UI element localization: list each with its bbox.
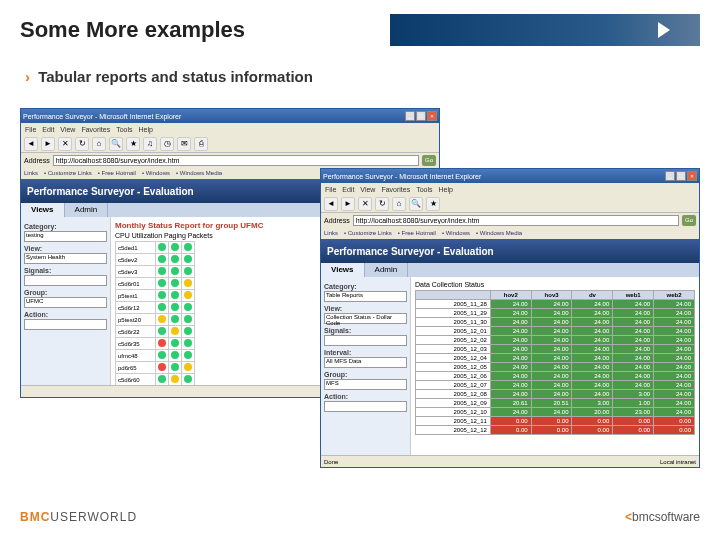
search-button[interactable]: 🔍 [409,197,423,211]
menu-tools[interactable]: Tools [116,126,132,133]
link-item[interactable]: • Windows [442,230,470,236]
table-row: 2005_12_0224.0024.0024.0024.0024.00 [416,336,695,345]
menu-favorites[interactable]: Favorites [381,186,410,193]
cell-value: 1.00 [613,399,654,408]
menu-tools[interactable]: Tools [416,186,432,193]
link-item[interactable]: • Windows Media [476,230,522,236]
forward-button[interactable]: ► [341,197,355,211]
tab-admin[interactable]: Admin [65,203,109,217]
table-row: 2005_12_0324.0024.0024.0024.0024.00 [416,345,695,354]
menu-view[interactable]: View [360,186,375,193]
window-titlebar[interactable]: Performance Surveyor - Microsoft Interne… [21,109,439,123]
menu-help[interactable]: Help [139,126,153,133]
group-label: Group: [24,289,107,296]
cell-value: 24.00 [490,318,531,327]
group-select[interactable]: UFMC [24,297,107,308]
menu-edit[interactable]: Edit [342,186,354,193]
link-item[interactable]: • Customize Links [344,230,392,236]
cell-value: 24.00 [572,327,613,336]
go-button[interactable]: Go [682,215,696,226]
group-select[interactable]: MFS [324,379,407,390]
link-item[interactable]: • Windows Media [176,170,222,176]
status-dot-y [184,279,192,287]
row-date: 2005_12_12 [416,426,491,435]
cell-value: 24.00 [654,336,695,345]
status-dot-r [158,339,166,347]
row-name: c5d6r22 [116,326,156,338]
view-select[interactable]: Collection Status - Dollar Code [324,313,407,324]
mail-button[interactable]: ✉ [177,137,191,151]
status-dot-y [171,375,179,383]
forward-button[interactable]: ► [41,137,55,151]
history-button[interactable]: ◷ [160,137,174,151]
cell-value: 24.00 [531,381,572,390]
status-dot-g [184,351,192,359]
cell-value: 0.00 [613,426,654,435]
minimize-button[interactable]: _ [405,111,415,121]
view-select[interactable]: System Health [24,253,107,264]
action-select[interactable] [324,401,407,412]
view-label: View: [24,245,107,252]
row-date: 2005_12_08 [416,390,491,399]
address-input[interactable] [53,155,419,166]
action-select[interactable] [24,319,107,330]
window-titlebar[interactable]: Performance Surveyor - Microsoft Interne… [321,169,699,183]
close-button[interactable]: × [687,171,697,181]
tab-admin[interactable]: Admin [365,263,409,277]
link-item[interactable]: • Windows [142,170,170,176]
close-button[interactable]: × [427,111,437,121]
stop-button[interactable]: ✕ [358,197,372,211]
maximize-button[interactable]: □ [676,171,686,181]
link-item[interactable]: • Customize Links [44,170,92,176]
row-date: 2005_12_06 [416,372,491,381]
print-button[interactable]: ⎙ [194,137,208,151]
refresh-button[interactable]: ↻ [375,197,389,211]
stop-button[interactable]: ✕ [58,137,72,151]
table-row: 2005_12_0824.0024.0024.003.0024.00 [416,390,695,399]
cell-value: 20.61 [490,399,531,408]
cell-value: 24.00 [613,381,654,390]
cell-value: 0.00 [654,426,695,435]
search-button[interactable]: 🔍 [109,137,123,151]
group-label: Group: [324,371,407,378]
signals-label: Signals: [24,267,107,274]
media-button[interactable]: ♫ [143,137,157,151]
tab-views[interactable]: Views [321,263,365,277]
signals-select[interactable] [24,275,107,286]
back-button[interactable]: ◄ [324,197,338,211]
refresh-button[interactable]: ↻ [75,137,89,151]
category-select[interactable]: testing [24,231,107,242]
interval-select[interactable]: All MFS Data [324,357,407,368]
category-select[interactable]: Table Reports [324,291,407,302]
address-input[interactable] [353,215,679,226]
cell-value: 24.00 [654,408,695,417]
go-button[interactable]: Go [422,155,436,166]
menu-favorites[interactable]: Favorites [81,126,110,133]
menu-file[interactable]: File [325,186,336,193]
menu-file[interactable]: File [25,126,36,133]
cell-value: 24.00 [490,300,531,309]
favorites-button[interactable]: ★ [126,137,140,151]
favorites-button[interactable]: ★ [426,197,440,211]
status-dot-g [158,303,166,311]
minimize-button[interactable]: _ [665,171,675,181]
maximize-button[interactable]: □ [416,111,426,121]
cell-value: 24.00 [572,309,613,318]
cell-value: 24.00 [490,381,531,390]
report-main: Data Collection Status hov2hov3dvweb1web… [411,277,699,467]
menu-help[interactable]: Help [439,186,453,193]
browser-window-2: Performance Surveyor - Microsoft Interne… [320,168,700,468]
link-item[interactable]: • Free Hotmail [98,170,136,176]
menu-edit[interactable]: Edit [42,126,54,133]
back-button[interactable]: ◄ [24,137,38,151]
home-button[interactable]: ⌂ [392,197,406,211]
tab-views[interactable]: Views [21,203,65,217]
signals-select[interactable] [324,335,407,346]
address-label: Address [24,157,50,164]
home-button[interactable]: ⌂ [92,137,106,151]
table-row: 2005_12_0124.0024.0024.0024.0024.00 [416,327,695,336]
link-item[interactable]: • Free Hotmail [398,230,436,236]
chevron-icon: › [25,68,30,85]
report-title: Data Collection Status [415,281,695,288]
menu-view[interactable]: View [60,126,75,133]
